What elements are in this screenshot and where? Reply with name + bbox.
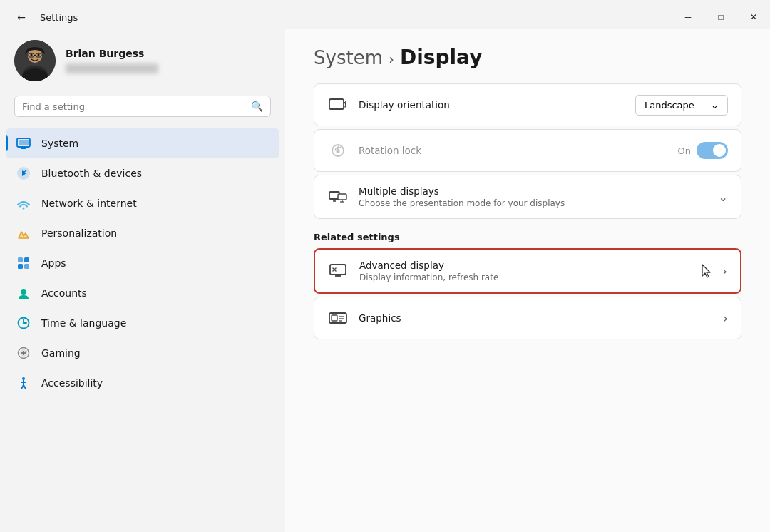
svg-point-4 bbox=[31, 53, 33, 56]
display-orientation-label: Display orientation bbox=[359, 99, 625, 111]
svg-rect-44 bbox=[338, 194, 346, 200]
graphics-card: Graphics › bbox=[314, 297, 741, 339]
sidebar-item-time[interactable]: Time & language bbox=[6, 308, 279, 338]
sidebar-item-gaming[interactable]: Gaming bbox=[6, 338, 279, 368]
time-icon bbox=[16, 315, 31, 331]
sidebar-item-accounts-label: Accounts bbox=[41, 287, 87, 299]
titlebar: ← Settings ─ □ ✕ bbox=[0, 0, 770, 29]
sidebar-item-system-label: System bbox=[41, 138, 78, 149]
sidebar-item-personalization[interactable]: Personalization bbox=[6, 218, 279, 248]
maximize-button[interactable]: □ bbox=[704, 6, 737, 29]
rotation-lock-control: On bbox=[678, 142, 728, 159]
settings-area: Display orientation Landscape ⌄ bbox=[285, 83, 770, 364]
sidebar: Brian Burgess 🔍 bbox=[0, 29, 285, 532]
graphics-label: Graphics bbox=[359, 312, 714, 324]
display-orientation-control: Landscape ⌄ bbox=[635, 95, 728, 116]
sidebar-item-gaming-label: Gaming bbox=[41, 347, 81, 359]
advanced-display-label: Advanced display bbox=[359, 260, 690, 271]
svg-point-5 bbox=[38, 53, 40, 56]
graphics-icon bbox=[327, 307, 349, 329]
sidebar-item-accounts[interactable]: Accounts bbox=[6, 278, 279, 308]
window-controls: ─ □ ✕ bbox=[672, 6, 770, 29]
minimize-button[interactable]: ─ bbox=[672, 6, 704, 29]
svg-rect-54 bbox=[332, 315, 337, 321]
multiple-displays-text: Multiple displays Choose the presentatio… bbox=[359, 185, 709, 208]
sidebar-item-system[interactable]: System bbox=[6, 128, 279, 158]
advanced-display-icon bbox=[328, 260, 349, 282]
multiple-displays-card: Multiple displays Choose the presentatio… bbox=[314, 175, 741, 219]
multiple-displays-icon bbox=[327, 186, 349, 208]
accessibility-icon bbox=[16, 375, 31, 391]
advanced-display-text: Advanced display Display information, re… bbox=[359, 260, 690, 282]
sidebar-item-time-label: Time & language bbox=[41, 317, 126, 329]
orientation-dropdown[interactable]: Landscape ⌄ bbox=[635, 95, 728, 116]
sidebar-item-network[interactable]: Network & internet bbox=[6, 188, 279, 218]
network-icon bbox=[16, 195, 31, 211]
cursor-icon bbox=[700, 263, 712, 279]
user-name: Brian Burgess bbox=[66, 48, 158, 59]
display-orientation-text: Display orientation bbox=[359, 99, 625, 111]
titlebar-left: ← Settings bbox=[0, 6, 78, 29]
avatar bbox=[14, 40, 56, 81]
svg-rect-35 bbox=[329, 99, 344, 109]
sidebar-item-accessibility[interactable]: Accessibility bbox=[6, 368, 279, 398]
user-info: Brian Burgess bbox=[66, 48, 158, 73]
chevron-down-icon: ⌄ bbox=[711, 100, 719, 111]
user-section: Brian Burgess bbox=[0, 29, 285, 96]
sidebar-item-apps[interactable]: Apps bbox=[6, 248, 279, 278]
rotation-lock-toggle bbox=[697, 142, 728, 159]
advanced-display-control: › bbox=[700, 263, 727, 279]
close-button[interactable]: ✕ bbox=[737, 6, 770, 29]
personalization-icon bbox=[16, 225, 31, 241]
sidebar-item-bluetooth[interactable]: Bluetooth & devices bbox=[6, 158, 279, 188]
rotation-lock-icon bbox=[327, 140, 349, 161]
search-icon: 🔍 bbox=[251, 101, 263, 112]
display-orientation-card: Display orientation Landscape ⌄ bbox=[314, 83, 741, 126]
advanced-display-sublabel: Display information, refresh rate bbox=[359, 272, 690, 282]
toggle-knob bbox=[713, 144, 726, 157]
svg-rect-47 bbox=[330, 265, 346, 275]
page-title: Display bbox=[400, 46, 482, 69]
bluetooth-icon bbox=[16, 165, 31, 181]
gaming-icon bbox=[16, 345, 31, 361]
multiple-displays-row[interactable]: Multiple displays Choose the presentatio… bbox=[314, 175, 741, 218]
display-orientation-row[interactable]: Display orientation Landscape ⌄ bbox=[314, 84, 741, 126]
rotation-lock-row: Rotation lock On bbox=[314, 130, 741, 171]
chevron-down-icon: ⌄ bbox=[719, 190, 728, 204]
chevron-right-icon: › bbox=[724, 312, 728, 325]
chevron-right-icon: › bbox=[723, 265, 727, 278]
svg-rect-20 bbox=[24, 264, 29, 269]
app-body: Brian Burgess 🔍 bbox=[0, 29, 770, 532]
rotation-lock-label: Rotation lock bbox=[359, 145, 668, 156]
search-box: 🔍 bbox=[14, 96, 271, 117]
svg-point-30 bbox=[22, 377, 25, 380]
graphics-control: › bbox=[724, 312, 728, 325]
sidebar-item-accessibility-label: Accessibility bbox=[41, 377, 103, 389]
rotation-lock-card: Rotation lock On bbox=[314, 129, 741, 172]
back-button[interactable]: ← bbox=[10, 6, 33, 29]
advanced-display-row[interactable]: Advanced display Display information, re… bbox=[315, 250, 740, 292]
rotation-lock-value: On bbox=[678, 145, 691, 156]
sidebar-item-apps-label: Apps bbox=[41, 257, 66, 269]
multiple-displays-sublabel: Choose the presentation mode for your di… bbox=[359, 198, 709, 208]
svg-point-16 bbox=[23, 208, 25, 210]
svg-rect-12 bbox=[19, 140, 29, 145]
breadcrumb-parent: System bbox=[314, 47, 383, 68]
graphics-row[interactable]: Graphics › bbox=[314, 297, 741, 339]
content-area: System › Display Displ bbox=[285, 29, 770, 532]
multiple-displays-label: Multiple displays bbox=[359, 185, 709, 197]
nav-list: System Bluetooth & devices bbox=[0, 128, 285, 398]
search-input[interactable] bbox=[22, 101, 245, 112]
graphics-text: Graphics bbox=[359, 312, 714, 324]
svg-rect-18 bbox=[24, 257, 29, 262]
sidebar-item-personalization-label: Personalization bbox=[41, 227, 117, 239]
sidebar-item-network-label: Network & internet bbox=[41, 198, 137, 209]
svg-rect-17 bbox=[18, 257, 23, 262]
rotation-lock-text: Rotation lock bbox=[359, 145, 668, 156]
advanced-display-card: Advanced display Display information, re… bbox=[314, 248, 741, 294]
svg-rect-19 bbox=[18, 264, 23, 269]
display-orientation-icon bbox=[327, 94, 349, 116]
multiple-displays-control: ⌄ bbox=[719, 190, 728, 204]
search-container: 🔍 bbox=[0, 96, 285, 128]
page-header: System › Display bbox=[285, 29, 770, 83]
